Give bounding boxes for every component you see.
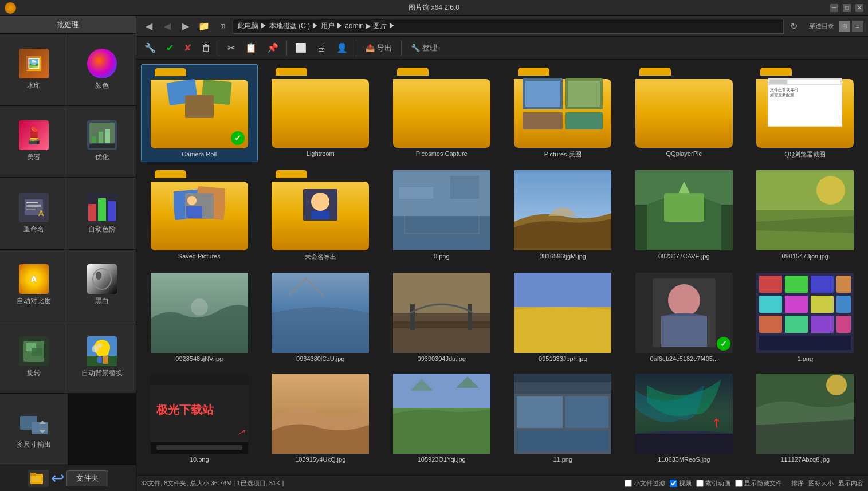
export-label: 导出: [377, 43, 392, 53]
meitu-name: Pictures 美图: [544, 150, 582, 159]
sidebar-item-rotate[interactable]: 旋转: [0, 321, 68, 393]
10png-name: 10.png: [190, 456, 209, 463]
copy-icon: 📋: [245, 42, 257, 53]
svg-rect-10: [88, 204, 96, 221]
file-item-11png[interactable]: 11.png: [505, 370, 622, 466]
sidebar-item-autocolor[interactable]: 自动色阶: [68, 178, 136, 249]
0823077-name: 0823077CAVE.jpg: [658, 253, 710, 260]
sidebar-item-bgchange[interactable]: 自动背景替换: [68, 321, 136, 393]
file-item-110633[interactable]: ↗ 110633MReoS.jpg: [626, 370, 743, 466]
cut-button[interactable]: ✂: [224, 41, 238, 54]
file-item-qqbrowser[interactable]: 文件已自动导出如需重新配置 QQ浏览器截图: [747, 64, 864, 162]
file-item-lightroom[interactable]: Lightroom: [262, 64, 379, 162]
svg-rect-88: [836, 296, 851, 313]
frame-button[interactable]: ⬜: [292, 41, 310, 54]
anim-checkbox[interactable]: 索引动画: [696, 479, 730, 488]
svg-rect-27: [103, 356, 108, 364]
folder-button[interactable]: 文件夹: [66, 470, 108, 486]
svg-rect-70: [393, 321, 490, 328]
sidebar-item-multisize[interactable]: 多尺寸输出: [0, 394, 68, 465]
svg-rect-101: [393, 374, 490, 408]
sort-button[interactable]: 排序: [791, 479, 804, 488]
file-item-0823077[interactable]: 0823077CAVE.jpg: [626, 167, 743, 265]
minimize-button[interactable]: ─: [830, 4, 838, 12]
separator-1: [219, 40, 219, 56]
delete-button[interactable]: 🗑: [198, 42, 214, 54]
share-button[interactable]: 👤: [333, 41, 351, 54]
qqbrowser-name: QQ浏览器截图: [784, 150, 826, 159]
sidebar-item-bw[interactable]: 黑白: [68, 250, 136, 321]
multisize-icon: [19, 408, 49, 438]
up-button[interactable]: 📁: [196, 18, 212, 34]
view-checkbox-input[interactable]: [670, 480, 677, 487]
window-controls: ─ □ ✕: [830, 4, 863, 12]
file-item-09015473[interactable]: 09015473jon.jpg: [747, 167, 864, 265]
list-view-button[interactable]: ≡: [852, 21, 863, 32]
show-checkbox[interactable]: 显示隐藏文件: [735, 479, 782, 488]
anim-checkbox-input[interactable]: [696, 480, 704, 487]
lightroom-name: Lightroom: [307, 150, 335, 157]
cancel-icon: ✘: [184, 42, 191, 53]
display-content-button[interactable]: 显示内容: [838, 479, 863, 488]
arrow-icon: ↩: [51, 469, 64, 488]
view-checkbox[interactable]: 视频: [670, 479, 692, 488]
sidebar-item-beauty[interactable]: 💄 美容: [0, 106, 68, 178]
sidebar-item-autocontrast[interactable]: ☀ A 自动对比度: [0, 250, 68, 321]
file-item-picosmos[interactable]: Picosmos Capture: [383, 64, 500, 162]
file-item-105923[interactable]: 105923O1Yqi.jpg: [383, 370, 500, 466]
svg-rect-37: [525, 81, 560, 107]
paste-button[interactable]: 📌: [264, 41, 282, 54]
export-button[interactable]: 📤 导出: [361, 42, 396, 54]
file-item-0816596[interactable]: 0816596tjgM.jpg: [505, 167, 622, 265]
file-item-unnamed[interactable]: 未命名导出: [262, 167, 379, 265]
sidebar-item-color[interactable]: 颜色: [68, 34, 136, 105]
svg-rect-93: [759, 336, 851, 350]
file-item-0af6eb24[interactable]: ✓ 0af6eb24c5182e7f405...: [626, 269, 743, 366]
file-item-1png[interactable]: 1.png: [747, 269, 864, 366]
file-item-103915[interactable]: 103915y4UkQ.jpg: [262, 370, 379, 466]
file-item-0928548[interactable]: 0928548sjNV.jpg: [141, 269, 258, 366]
share-icon: 👤: [336, 42, 348, 53]
refresh-button[interactable]: ↻: [786, 18, 802, 34]
back-button[interactable]: ◀: [141, 18, 157, 34]
close-button[interactable]: ✕: [855, 4, 863, 12]
settings-button[interactable]: 🔧: [141, 41, 159, 54]
file-item-camera-roll[interactable]: ✓ Camera Roll: [141, 64, 258, 162]
thumb-105923: [393, 374, 490, 454]
file-item-0951033[interactable]: 0951033Jpph.jpg: [505, 269, 622, 366]
file-item-09390304[interactable]: 09390304Jdu.jpg: [383, 269, 500, 366]
filter-checkbox[interactable]: 小文件过滤: [625, 479, 665, 488]
forward-back-button[interactable]: ◀: [159, 18, 175, 34]
file-item-pictures-meitu[interactable]: Pictures 美图: [505, 64, 622, 162]
grid-view-button[interactable]: ⊞: [839, 21, 850, 32]
icon-size-button[interactable]: 图标大小: [808, 479, 834, 488]
103915-name: 103915y4UkQ.jpg: [295, 456, 345, 463]
cut-icon: ✂: [227, 42, 235, 53]
show-checkbox-input[interactable]: [735, 480, 743, 487]
0816596-name: 0816596tjgM.jpg: [540, 253, 586, 260]
file-item-111127[interactable]: 111127Abzq8.jpg: [747, 370, 864, 466]
file-item-10png[interactable]: 极光下载站 → 10.png: [141, 370, 258, 466]
rename-icon: A: [19, 193, 49, 222]
address-bar[interactable]: [233, 19, 784, 34]
svg-rect-111: [635, 434, 733, 454]
checkmark-button[interactable]: ✔: [163, 41, 177, 54]
optimize-icon: [87, 120, 117, 150]
file-item-0934380[interactable]: 0934380lCzU.jpg: [262, 269, 379, 366]
maximize-button[interactable]: □: [843, 4, 851, 12]
sidebar-item-watermark[interactable]: 🖼️ 水印: [0, 34, 68, 105]
view-toggle-group: ⊞ ≡: [839, 21, 863, 32]
filter-checkbox-input[interactable]: [625, 480, 632, 487]
forward-button[interactable]: ▶: [178, 18, 194, 34]
file-item-0png[interactable]: 0.png: [383, 167, 500, 265]
cancel-button[interactable]: ✘: [180, 41, 195, 54]
file-item-qqplayer[interactable]: QQplayerPic: [626, 64, 743, 162]
sidebar-item-rename[interactable]: A 重命名: [0, 178, 68, 249]
copy-button[interactable]: 📋: [242, 41, 260, 54]
print-button[interactable]: 🖨: [313, 42, 329, 54]
view-toggle-button[interactable]: ⊞: [214, 18, 230, 34]
file-item-saved-pictures[interactable]: Saved Pictures: [141, 167, 258, 265]
svg-rect-84: [836, 276, 851, 293]
sidebar-item-optimize[interactable]: 优化: [68, 106, 136, 178]
arrange-button[interactable]: 🔧 整理: [406, 42, 442, 54]
